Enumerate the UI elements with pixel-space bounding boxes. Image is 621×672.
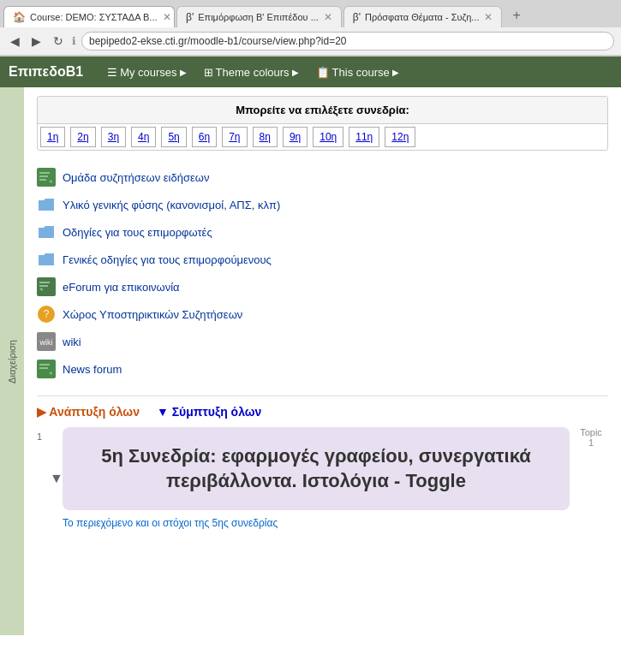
tab-close-1[interactable]: ✕ (163, 11, 171, 23)
svg-rect-1 (39, 172, 50, 174)
folder-icon-1 (37, 195, 56, 214)
new-tab-button[interactable]: + (504, 3, 528, 27)
resource-link-support[interactable]: Χώρος Υποστηρικτικών Συζητήσεων (63, 308, 242, 321)
resource-link-news[interactable]: News forum (63, 363, 122, 376)
nav-icon-theme: ⊞ (204, 66, 213, 79)
chat-icon (37, 277, 56, 296)
nav-my-courses-label: My courses (120, 66, 176, 79)
nav-this-course[interactable]: 📋 This course ▶ (309, 61, 406, 84)
tabs-bar: 🏠 Course: DEMO: ΣΥΣΤΑΔΑ Β... ✕ β' Επιμόρ… (0, 0, 621, 27)
expand-controls: ▶ Ανάπτυξη όλων ▼ Σύμπτυξη όλων (37, 405, 608, 419)
topic-card-col: ▼ 5η Συνεδρία: εφαρμογές γραφείου, συνερ… (63, 427, 608, 529)
topic-footer-link[interactable]: Το περιεχόμενο και οι στόχοι της 5ης συν… (63, 517, 278, 529)
nav-menu: ☰ My courses ▶ ⊞ Theme colours ▶ 📋 This … (100, 61, 406, 84)
nav-my-courses[interactable]: ☰ My courses ▶ (100, 61, 193, 84)
list-item: wiki wiki (37, 328, 608, 355)
session-8[interactable]: 8η (253, 127, 278, 147)
side-bar: Διαχείριση (0, 87, 24, 635)
address-bar: ◀ ▶ ↻ ℹ (0, 27, 621, 56)
side-bar-label[interactable]: Διαχείριση (7, 340, 17, 384)
topic-toggle-arrow[interactable]: ▼ (50, 471, 63, 486)
wiki-icon: wiki (37, 332, 56, 351)
resource-link-forum[interactable]: Ομάδα συζητήσεων ειδήσεων (63, 171, 209, 184)
folder-icon-3 (37, 250, 56, 269)
layout: Διαχείριση Μπορείτε να επιλέξετε συνεδρί… (0, 87, 621, 635)
nav-courses-arrow: ▶ (180, 68, 187, 77)
topic-card: 5η Συνεδρία: εφαρμογές γραφείου, συνεργα… (63, 427, 570, 510)
session-6[interactable]: 6η (192, 127, 217, 147)
nav-course-arrow: ▶ (392, 68, 399, 77)
session-7[interactable]: 7η (222, 127, 247, 147)
expand-all-link[interactable]: ▶ Ανάπτυξη όλων (37, 405, 140, 419)
svg-rect-7 (39, 285, 48, 287)
tab-label-2: Επιμόρφωση Β' Επιπέδου ... (198, 12, 319, 22)
list-item: Υλικό γενικής φύσης (κανονισμοί, ΑΠΣ, κλ… (37, 191, 608, 218)
list-item: ? Χώρος Υποστηρικτικών Συζητήσεων (37, 300, 608, 328)
svg-text:wiki: wiki (39, 338, 53, 347)
url-input[interactable] (81, 32, 614, 51)
resource-list: Ομάδα συζητήσεων ειδήσεων Υλικό γενικής … (37, 164, 608, 383)
topic-num-right: Topic 1 (574, 427, 608, 448)
tab-1[interactable]: 🏠 Course: DEMO: ΣΥΣΤΑΔΑ Β... ✕ (3, 6, 175, 27)
list-item: eForum για επικοινωνία (37, 273, 608, 300)
resource-link-folder3[interactable]: Γενικές οδηγίες για τους επιμορφούμενους (63, 253, 272, 266)
resource-link-chat[interactable]: eForum για επικοινωνία (63, 281, 180, 294)
session-10[interactable]: 10η (313, 127, 343, 147)
session-2[interactable]: 2η (70, 127, 95, 147)
session-1[interactable]: 1η (40, 127, 65, 147)
back-button[interactable]: ◀ (7, 33, 23, 50)
resource-link-folder1[interactable]: Υλικό γενικής φύσης (κανονισμοί, ΑΠΣ, κλ… (63, 199, 280, 211)
collapse-all-link[interactable]: ▼ Σύμπτυξη όλων (157, 405, 261, 419)
topic-card-title: 5η Συνεδρία: εφαρμογές γραφείου, συνεργα… (88, 444, 544, 493)
tab-favicon-2: β' (186, 11, 194, 23)
folder-icon-2 (37, 223, 56, 241)
site-header: ΕπιπεδοΒ1 ☰ My courses ▶ ⊞ Theme colours… (0, 56, 621, 87)
support-icon: ? (37, 305, 56, 324)
nav-icon-courses: ☰ (107, 66, 117, 79)
nav-icon-course: 📋 (316, 66, 330, 79)
tab-3[interactable]: β' Πρόσφατα Θέματα - Συζη... ✕ (343, 6, 503, 27)
resource-link-folder2[interactable]: Οδηγίες για τους επιμορφωτές (63, 226, 212, 239)
svg-rect-6 (39, 282, 50, 283)
browser-chrome: 🏠 Course: DEMO: ΣΥΣΤΑΔΑ Β... ✕ β' Επιμόρ… (0, 0, 621, 56)
lock-icon: ℹ (72, 35, 76, 47)
session-box: Μπορείτε να επιλέξετε συνεδρία: 1η 2η 3η… (37, 96, 608, 151)
svg-rect-3 (39, 179, 46, 181)
topic-area: 1 ▼ 5η Συνεδρία: εφαρμογές γραφείου, συν… (37, 427, 608, 529)
tab-close-3[interactable]: ✕ (484, 11, 493, 23)
main-content: Μπορείτε να επιλέξετε συνεδρία: 1η 2η 3η… (24, 87, 621, 635)
svg-rect-15 (39, 367, 48, 369)
session-9[interactable]: 9η (283, 127, 308, 147)
separator (37, 395, 608, 396)
session-5[interactable]: 5η (161, 127, 186, 147)
nav-theme-arrow: ▶ (292, 68, 299, 77)
svg-rect-2 (39, 175, 48, 177)
forum-icon (37, 168, 56, 187)
list-item: News forum (37, 355, 608, 383)
tab-favicon-3: β' (353, 11, 361, 23)
session-numbers: 1η 2η 3η 4η 5η 6η 7η 8η 9η 10η 11η 12η (38, 123, 607, 150)
session-11[interactable]: 11η (349, 127, 379, 147)
nav-this-course-label: This course (332, 66, 390, 79)
tab-2[interactable]: β' Επιμόρφωση Β' Επιπέδου ... ✕ (176, 6, 342, 27)
svg-text:?: ? (44, 308, 50, 320)
list-item: Οδηγίες για τους επιμορφωτές (37, 218, 608, 246)
tab-label-3: Πρόσφατα Θέματα - Συζη... (365, 12, 479, 22)
list-item: Γενικές οδηγίες για τους επιμορφούμενους (37, 246, 608, 273)
list-item: Ομάδα συζητήσεων ειδήσεων (37, 164, 608, 191)
news-icon (37, 360, 56, 378)
tab-favicon-1: 🏠 (13, 11, 26, 23)
session-3[interactable]: 3η (101, 127, 126, 147)
tab-close-2[interactable]: ✕ (324, 11, 332, 23)
resource-link-wiki[interactable]: wiki (63, 336, 81, 348)
site-logo: ΕπιπεδοΒ1 (9, 64, 83, 80)
svg-rect-14 (39, 364, 50, 366)
topic-label: Topic (574, 427, 608, 437)
page: ΕπιπεδοΒ1 ☰ My courses ▶ ⊞ Theme colours… (0, 56, 621, 635)
session-12[interactable]: 12η (385, 127, 415, 147)
nav-theme-label: Theme colours (216, 66, 290, 79)
forward-button[interactable]: ▶ (28, 33, 45, 50)
session-4[interactable]: 4η (131, 127, 156, 147)
nav-theme-colours[interactable]: ⊞ Theme colours ▶ (197, 61, 306, 84)
refresh-button[interactable]: ↻ (50, 33, 67, 50)
